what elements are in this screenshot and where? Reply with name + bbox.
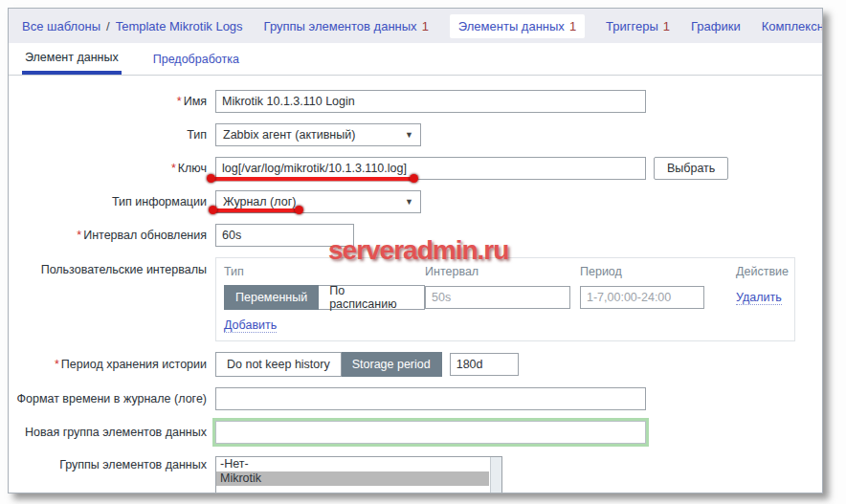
custom-intervals-table: Тип Интервал Период Действие Переменный … — [215, 257, 795, 341]
app-groups-listbox[interactable]: -Нет- Mikrotik — [215, 456, 502, 493]
chevron-down-icon: ▼ — [405, 197, 413, 207]
interval-type-cell: Переменный По расписанию — [224, 285, 425, 310]
interval-input[interactable] — [425, 286, 570, 309]
add-interval-link[interactable]: Добавить — [224, 318, 277, 333]
history-toggle: Do not keep history Storage period — [215, 352, 442, 377]
period-cell — [580, 286, 736, 309]
nav-item-graphs[interactable]: Графики — [691, 19, 741, 33]
form-row-name: *Имя — [9, 90, 822, 113]
nav-item-count: 1 — [569, 19, 576, 33]
action-cell: Удалить — [736, 291, 787, 304]
form-row-info-type: Тип информации Журнал (лог) ▼ — [9, 190, 822, 213]
new-app-group-input[interactable] — [215, 421, 646, 444]
form-row-app-groups: Группы элементов данных -Нет- Mikrotik — [9, 456, 822, 493]
nav-item-label: Элементы данных — [458, 19, 565, 33]
required-marker: * — [55, 358, 59, 371]
annotation-underline-info-type — [212, 208, 300, 212]
tab-preprocessing[interactable]: Предобработка — [150, 43, 242, 75]
label-text: Ключ — [178, 162, 207, 175]
add-interval-row: Добавить — [224, 318, 787, 332]
nav-item-label: Графики — [691, 19, 741, 33]
chevron-down-icon: ▼ — [405, 130, 413, 140]
info-type-label: Тип информации — [9, 195, 215, 208]
breadcrumb-template-name[interactable]: Template Mikrotik Logs — [116, 19, 243, 33]
custom-interval-row: Переменный По расписанию Удалить — [224, 285, 787, 310]
breadcrumb: Все шаблоны / Template Mikrotik Logs — [22, 19, 243, 33]
required-marker: * — [177, 95, 182, 108]
col-header-period: Период — [580, 265, 736, 278]
top-nav: Все шаблоны / Template Mikrotik Logs Гру… — [9, 9, 822, 43]
required-marker: * — [171, 162, 176, 175]
label-text: Период хранения истории — [61, 358, 207, 371]
app-groups-label: Группы элементов данных — [9, 456, 215, 471]
history-label: *Период хранения истории — [9, 358, 215, 371]
tab-bar: Элемент данных Предобработка — [9, 43, 822, 76]
label-text: Тип информации — [112, 195, 207, 208]
label-text: Имя — [184, 95, 207, 108]
period-input[interactable] — [580, 286, 704, 309]
col-header-action: Действие — [736, 265, 789, 278]
nav-item-items[interactable]: Элементы данных 1 — [450, 14, 585, 38]
type-label: Тип — [9, 128, 215, 142]
nav-item-screens[interactable]: Комплексные экраны — [762, 19, 822, 33]
col-header-interval: Интервал — [425, 265, 580, 278]
listbox-option-mikrotik[interactable]: Mikrotik — [216, 471, 489, 486]
breadcrumb-separator: / — [106, 19, 110, 33]
label-text: Формат времени в журнале (логе) — [16, 392, 207, 405]
label-text: Группы элементов данных — [59, 458, 207, 471]
remove-interval-link[interactable]: Удалить — [736, 291, 782, 305]
toggle-storage-period[interactable]: Storage period — [342, 352, 442, 377]
watermark: serveradmin.ru — [328, 235, 508, 266]
nav-item-label: Триггеры — [606, 19, 658, 33]
tab-item[interactable]: Элемент данных — [22, 43, 122, 75]
nav-item-label: Комплексные экраны — [762, 19, 822, 33]
interval-cell — [425, 286, 580, 309]
name-label: *Имя — [9, 95, 215, 108]
interval-type-toggle: Переменный По расписанию — [224, 285, 425, 310]
form-row-log-time-format: Формат времени в журнале (логе) — [9, 387, 822, 410]
label-text: Новая группа элементов данных — [25, 426, 207, 439]
nav-item-triggers[interactable]: Триггеры 1 — [606, 19, 670, 33]
type-select[interactable]: Zabbix агент (активный) ▼ — [215, 123, 421, 146]
type-select-value: Zabbix агент (активный) — [223, 128, 355, 142]
label-text: Тип — [187, 128, 207, 142]
form-row-custom-intervals: Пользовательские интервалы Тип Интервал … — [9, 257, 822, 341]
nav-item-applications[interactable]: Группы элементов данных 1 — [264, 19, 429, 33]
log-time-format-input[interactable] — [215, 387, 646, 410]
key-select-button[interactable]: Выбрать — [654, 157, 728, 180]
toggle-scheduling[interactable]: По расписанию — [319, 285, 425, 310]
info-type-select-value: Журнал (лог) — [223, 195, 296, 208]
required-marker: * — [77, 229, 81, 242]
custom-intervals-header: Тип Интервал Период Действие — [224, 265, 787, 278]
listbox-option-none[interactable]: -Нет- — [216, 457, 489, 471]
listbox-scrollbar[interactable] — [490, 457, 501, 493]
new-app-group-label: Новая группа элементов данных — [9, 426, 215, 439]
log-time-format-label: Формат времени в журнале (логе) — [9, 392, 215, 405]
nav-item-count: 1 — [422, 19, 429, 33]
toggle-do-not-keep-history[interactable]: Do not keep history — [215, 352, 342, 377]
item-form: *Имя Тип Zabbix агент (активный) ▼ *Ключ… — [9, 76, 822, 493]
nav-item-label: Группы элементов данных — [264, 19, 417, 33]
label-text: Интервал обновления — [83, 229, 207, 242]
toggle-flexible[interactable]: Переменный — [224, 285, 319, 310]
breadcrumb-all-templates[interactable]: Все шаблоны — [22, 19, 100, 33]
key-label: *Ключ — [9, 162, 215, 175]
form-row-history: *Период хранения истории Do not keep his… — [9, 352, 822, 377]
name-input[interactable] — [215, 90, 646, 113]
col-header-type: Тип — [224, 265, 425, 278]
update-interval-label: *Интервал обновления — [9, 229, 215, 242]
form-row-new-app-group: Новая группа элементов данных — [9, 421, 822, 444]
label-text: Пользовательские интервалы — [41, 263, 207, 276]
history-period-input[interactable] — [450, 353, 519, 376]
form-row-type: Тип Zabbix агент (активный) ▼ — [9, 123, 822, 146]
annotation-underline-key — [211, 177, 414, 181]
nav-item-count: 1 — [663, 19, 670, 33]
custom-intervals-label: Пользовательские интервалы — [9, 257, 215, 276]
